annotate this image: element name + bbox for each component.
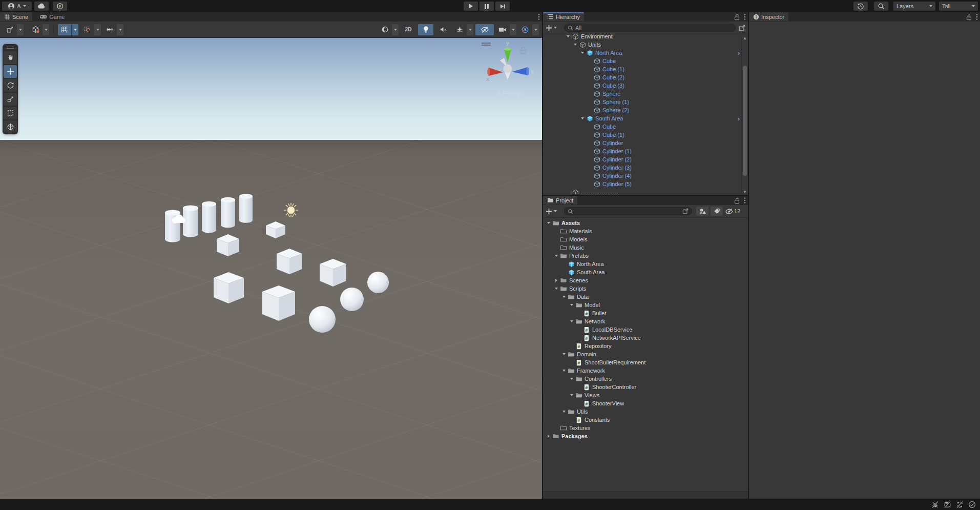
project-row[interactable]: Music xyxy=(543,243,748,252)
search-by-label-button[interactable] xyxy=(711,207,723,216)
play-button[interactable] xyxy=(464,2,478,11)
hierarchy-row[interactable]: Cylinder (4) xyxy=(543,172,748,180)
collapse-arrow-icon[interactable] xyxy=(560,294,567,300)
hierarchy-scrollbar[interactable]: ▲ ▼ xyxy=(741,35,748,195)
directional-light-gizmo[interactable] xyxy=(284,203,298,217)
overlay-drag-handle[interactable] xyxy=(4,45,17,50)
tab-inspector[interactable]: Inspector xyxy=(749,12,788,21)
rect-tool-button[interactable] xyxy=(4,107,17,119)
hierarchy-row[interactable]: Cylinder (1) xyxy=(543,147,748,155)
project-row[interactable]: #ShooterView xyxy=(543,399,748,407)
hierarchy-row[interactable]: North Area› xyxy=(543,49,748,57)
collapse-arrow-icon[interactable] xyxy=(560,368,567,374)
hierarchy-row[interactable]: Sphere xyxy=(543,90,748,98)
project-row[interactable]: Scenes xyxy=(543,276,748,284)
hierarchy-row[interactable]: -------------------- xyxy=(543,188,748,194)
lock-icon[interactable] xyxy=(520,47,526,54)
hierarchy-pick-icon[interactable] xyxy=(739,25,745,31)
gizmo-center-cube[interactable] xyxy=(500,58,512,80)
scale-tool-button[interactable] xyxy=(4,93,17,106)
collapse-arrow-icon[interactable] xyxy=(579,50,586,56)
grid-snap-button[interactable] xyxy=(80,24,101,35)
hierarchy-row[interactable]: Cube (3) xyxy=(543,81,748,90)
toggle-2d-button[interactable]: 2D xyxy=(401,24,416,35)
project-row[interactable]: #LocalDBService xyxy=(543,325,748,334)
collapse-arrow-icon[interactable] xyxy=(560,409,567,415)
tab-scene[interactable]: Scene xyxy=(0,12,32,21)
rotate-tool-button[interactable] xyxy=(4,79,17,92)
project-row[interactable]: Domain xyxy=(543,350,748,358)
tab-hierarchy[interactable]: Hierarchy xyxy=(543,12,584,21)
project-row[interactable]: Data xyxy=(543,293,748,301)
hierarchy-menu-icon[interactable] xyxy=(744,13,746,21)
effects-button[interactable] xyxy=(453,24,473,35)
project-row[interactable]: #Constants xyxy=(543,416,748,424)
move-tool-button[interactable] xyxy=(4,65,17,78)
project-row[interactable]: #NetworkAPIService xyxy=(543,334,748,342)
pause-button[interactable] xyxy=(479,2,494,11)
hierarchy-row[interactable]: Cylinder (2) xyxy=(543,155,748,164)
expand-arrow-icon[interactable] xyxy=(545,433,552,440)
project-search-input[interactable] xyxy=(564,207,692,215)
project-row[interactable]: Models xyxy=(543,235,748,243)
project-row[interactable]: #Repository xyxy=(543,342,748,350)
project-row[interactable]: Assets xyxy=(543,219,748,227)
project-create-button[interactable] xyxy=(546,208,557,215)
project-row[interactable]: Controllers xyxy=(543,375,748,383)
project-row[interactable]: South Area xyxy=(543,268,748,276)
layout-dropdown[interactable]: Tall xyxy=(939,2,978,11)
undo-history-button[interactable] xyxy=(853,2,868,11)
inspector-menu-icon[interactable] xyxy=(976,13,978,21)
project-row[interactable]: Framework xyxy=(543,366,748,375)
status-ok-icon[interactable] xyxy=(968,501,976,508)
project-row[interactable]: Prefabs xyxy=(543,252,748,260)
cache-server-disabled-icon[interactable] xyxy=(944,501,951,508)
hierarchy-row[interactable]: Cube xyxy=(543,123,748,131)
prefab-open-arrow[interactable]: › xyxy=(738,115,740,122)
collapse-arrow-icon[interactable] xyxy=(568,318,575,325)
plastic-scm-button[interactable]: P xyxy=(53,2,67,11)
collapse-arrow-icon[interactable] xyxy=(565,34,571,40)
collapse-arrow-icon[interactable] xyxy=(560,351,567,358)
project-row[interactable]: North Area xyxy=(543,260,748,268)
account-button[interactable]: A xyxy=(2,2,32,11)
scene-audio-button[interactable] xyxy=(435,24,451,35)
grid-visibility-button[interactable]: Y xyxy=(58,24,78,35)
debugger-disabled-icon[interactable] xyxy=(931,501,939,508)
axis-y-cone[interactable] xyxy=(504,48,511,63)
tab-project[interactable]: Project xyxy=(543,196,577,205)
search-by-type-button[interactable] xyxy=(696,207,708,216)
project-row[interactable]: #ShootBulletRequirement xyxy=(543,358,748,366)
scene-visibility-button[interactable] xyxy=(475,24,494,35)
hierarchy-row[interactable]: Units xyxy=(543,40,748,49)
step-button[interactable] xyxy=(495,2,510,11)
shading-mode-button[interactable] xyxy=(378,24,399,35)
view-tool-button[interactable] xyxy=(4,51,17,64)
hierarchy-create-button[interactable] xyxy=(546,25,557,31)
hierarchy-row[interactable]: Sphere (2) xyxy=(543,106,748,114)
tool-settings-button[interactable] xyxy=(3,24,24,35)
snap-increment-button[interactable] xyxy=(103,24,123,35)
camera-settings-button[interactable] xyxy=(496,24,516,35)
project-row[interactable]: #Bullet xyxy=(543,309,748,317)
hierarchy-row[interactable]: Cube xyxy=(543,57,748,65)
project-row[interactable]: Network xyxy=(543,317,748,325)
collapse-arrow-icon[interactable] xyxy=(572,42,578,48)
project-row[interactable]: Textures xyxy=(543,424,748,432)
gizmos-button[interactable] xyxy=(518,24,539,35)
hidden-packages-count[interactable]: 12 xyxy=(725,208,740,215)
hierarchy-lock-icon[interactable] xyxy=(734,14,740,21)
global-search-button[interactable] xyxy=(874,2,888,11)
hierarchy-row[interactable]: Cube (2) xyxy=(543,73,748,81)
pivot-orientation-button[interactable] xyxy=(29,24,49,35)
hierarchy-row[interactable]: South Area› xyxy=(543,114,748,123)
hierarchy-row[interactable]: Cylinder (5) xyxy=(543,180,748,188)
project-lock-icon[interactable] xyxy=(734,197,740,204)
hierarchy-search-input[interactable]: All xyxy=(564,24,736,32)
collapse-arrow-icon[interactable] xyxy=(579,115,586,122)
project-row[interactable]: Utils xyxy=(543,407,748,416)
collapse-arrow-icon[interactable] xyxy=(568,376,575,382)
project-pick-icon[interactable] xyxy=(682,208,689,214)
hierarchy-row[interactable]: Cylinder xyxy=(543,139,748,147)
auto-refresh-disabled-icon[interactable] xyxy=(956,501,964,508)
